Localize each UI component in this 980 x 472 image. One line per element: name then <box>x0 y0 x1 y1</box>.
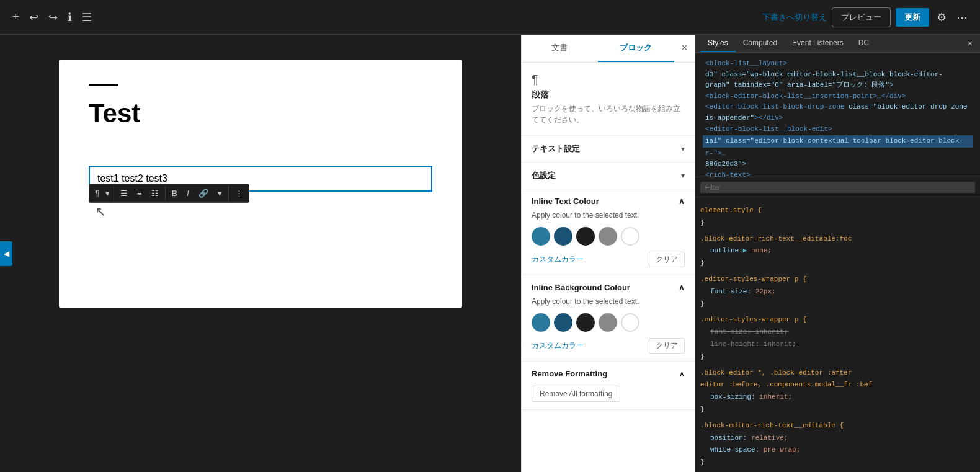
color-settings-chevron: ▾ <box>681 171 685 180</box>
remove-formatting-section: Remove Formatting ∧ Remove All formattin… <box>522 362 695 410</box>
bg-swatch-teal-light[interactable] <box>532 313 550 332</box>
bg-swatch-gray[interactable] <box>599 313 617 332</box>
text-swatch-white[interactable] <box>621 227 639 246</box>
align-left-btn[interactable]: ☰ <box>116 185 132 201</box>
html-line-highlight: ial" class="editor-block-contextual-tool… <box>703 135 973 148</box>
link-btn[interactable]: 🔗 <box>194 185 213 201</box>
color-settings-label: 色設定 <box>532 170 556 181</box>
bg-custom-color-link[interactable]: カスタムカラー <box>532 341 584 351</box>
css-rule-rich-text-editable: .block-editor-rich-text__editable:foc ou… <box>700 233 975 270</box>
text-swatch-teal-light[interactable] <box>532 227 550 246</box>
align-right-btn[interactable]: ☷ <box>147 185 163 201</box>
devtools-tab-computed[interactable]: Computed <box>736 35 785 52</box>
info-button[interactable]: ℹ <box>65 8 74 27</box>
block-name: 段落 <box>532 89 685 100</box>
cursor-indicator: ↖ <box>89 204 432 220</box>
bg-swatch-teal-dark[interactable] <box>554 313 572 332</box>
color-settings-header[interactable]: 色設定 ▾ <box>522 163 695 189</box>
bg-colour-swatches <box>532 313 685 332</box>
inline-bg-colour-desc: Apply colour to the selected text. <box>532 297 685 306</box>
devtools-panel: Styles Computed Event Listeners DC × <bl… <box>695 35 980 472</box>
text-swatch-teal-dark[interactable] <box>554 227 572 246</box>
italic-btn[interactable]: I <box>182 185 194 201</box>
inline-text-colour-section: Inline Text Colour ∧ Apply colour to the… <box>522 189 695 275</box>
bg-swatch-black[interactable] <box>576 313 595 332</box>
editor-title[interactable]: Test <box>89 99 432 128</box>
text-settings-header[interactable]: テキスト設定 ▾ <box>522 136 695 163</box>
remove-formatting-header: Remove Formatting ∧ <box>532 369 685 378</box>
text-settings-chevron: ▾ <box>681 145 685 153</box>
bg-clear-btn[interactable]: クリア <box>649 338 685 354</box>
main-area: ◀ Test ¶ ▾ ☰ ≡ ☷ B I 🔗 ▾ <box>0 35 980 472</box>
text-clear-btn[interactable]: クリア <box>649 252 685 267</box>
panel-close-btn[interactable]: × <box>674 35 695 62</box>
block-info: ¶ 段落 ブロックを使って、いろいろな物語を組み立ててください。 <box>522 63 695 136</box>
inline-toolbar: ¶ ▾ ☰ ≡ ☷ B I 🔗 ▾ ⋮ <box>89 184 249 203</box>
draft-link[interactable]: 下書きへ切り替え <box>762 12 827 23</box>
css-rule-element-style: element.style { } <box>700 205 975 229</box>
html-line-4: <block-editor-block-list__insertion-poin… <box>705 91 970 102</box>
bg-swatch-white[interactable] <box>621 313 639 332</box>
gear-button[interactable]: ⚙ <box>934 8 949 27</box>
panel-tabs: 文書 ブロック × <box>522 35 695 63</box>
paragraph-btn[interactable]: ¶ <box>91 185 104 201</box>
toolbar-center: 下書きへ切り替え プレビュー 更新 ⚙ ⋯ <box>762 7 970 27</box>
remove-formatting-collapse[interactable]: ∧ <box>679 370 685 378</box>
html-line-7: r-">… <box>705 148 970 159</box>
devtools-tab-event-listeners[interactable]: Event Listeners <box>785 35 851 52</box>
devtools-filter <box>695 177 980 197</box>
devtools-tabs: Styles Computed Event Listeners DC <box>695 35 980 53</box>
html-line-2: d3" class="wp-block editor-block-list__b… <box>705 69 970 81</box>
align-center-btn[interactable]: ≡ <box>133 185 146 201</box>
more-btn[interactable]: ▾ <box>213 185 226 201</box>
text-colour-footer: カスタムカラー クリア <box>532 252 685 267</box>
devtools-filter-input[interactable] <box>700 182 975 193</box>
preview-button[interactable]: プレビュー <box>832 7 891 27</box>
add-button[interactable]: + <box>10 8 22 26</box>
devtools-header: Styles Computed Event Listeners DC × <box>695 35 980 53</box>
more-dropdown[interactable]: ▾ <box>213 185 226 201</box>
inline-bg-colour-label: Inline Background Colour <box>532 283 630 292</box>
more-options-button[interactable]: ⋯ <box>954 8 970 27</box>
css-content: element.style { } .block-editor-rich-tex… <box>695 200 980 472</box>
text-swatch-black[interactable] <box>576 227 595 246</box>
paragraph-dropdown-arrow[interactable]: ▾ <box>104 185 112 201</box>
editor-content: Test ¶ ▾ ☰ ≡ ☷ B I 🔗 ▾ ⋮ <box>59 60 462 308</box>
tab-block[interactable]: ブロック <box>598 35 674 62</box>
bg-colour-footer: カスタムカラー クリア <box>532 338 685 354</box>
undo-button[interactable]: ↩ <box>27 8 41 27</box>
redo-button[interactable]: ↪ <box>46 8 60 27</box>
block-settings-panel: 文書 ブロック × ¶ 段落 ブロックを使って、いろいろな物語を組み立ててくださ… <box>521 35 695 472</box>
inline-text-colour-header: Inline Text Colour ∧ <box>532 197 685 206</box>
block-options-btn[interactable]: ⋮ <box>231 185 247 201</box>
remove-formatting-label: Remove Formatting <box>532 369 607 378</box>
tab-document[interactable]: 文書 <box>522 35 598 62</box>
toolbar-separator-3 <box>228 186 229 201</box>
css-rule-editor-wrapper-p-1: .editor-styles-wrapper p { font-size: 22… <box>700 274 975 310</box>
text-custom-color-link[interactable]: カスタムカラー <box>532 254 584 265</box>
devtools-close-btn[interactable]: × <box>965 36 975 51</box>
html-line-6: <editor-block-list__block-edit> <box>705 124 970 135</box>
bold-btn[interactable]: B <box>167 185 182 201</box>
devtools-tab-styles[interactable]: Styles <box>700 35 736 52</box>
list-button[interactable]: ☰ <box>79 8 94 27</box>
html-line-5: <editor-block-list-block-drop-zone class… <box>705 102 970 123</box>
text-swatch-gray[interactable] <box>599 227 617 246</box>
top-bar: + ↩ ↪ ℹ ☰ 下書きへ切り替え プレビュー 更新 ⚙ ⋯ <box>0 0 980 35</box>
html-line-3: graph" tabindex="0" aria-label="ブロック: 段落… <box>705 80 970 91</box>
editor-area: ◀ Test ¶ ▾ ☰ ≡ ☷ B I 🔗 ▾ <box>0 35 521 472</box>
inline-text-colour-collapse[interactable]: ∧ <box>679 197 685 206</box>
html-line-9: <rich-text> <box>705 170 970 177</box>
update-button[interactable]: 更新 <box>896 8 929 27</box>
html-line-8: 886c29d3"> <box>705 159 970 170</box>
toolbar-separator-1 <box>114 186 114 201</box>
devtools-tab-dc[interactable]: DC <box>851 35 876 52</box>
remove-all-formatting-btn[interactable]: Remove All formatting <box>532 386 620 402</box>
editor-divider <box>89 84 118 86</box>
inline-bg-colour-collapse[interactable]: ∧ <box>679 283 685 292</box>
inline-bg-colour-section: Inline Background Colour ∧ Apply colour … <box>522 275 695 362</box>
text-colour-swatches <box>532 227 685 246</box>
paragraph-dropdown[interactable]: ¶ ▾ <box>91 185 112 201</box>
css-rule-rich-text-editable-2: .block-editor-rich-text__editable { posi… <box>700 420 975 469</box>
sidebar-toggle[interactable]: ◀ <box>0 241 12 266</box>
